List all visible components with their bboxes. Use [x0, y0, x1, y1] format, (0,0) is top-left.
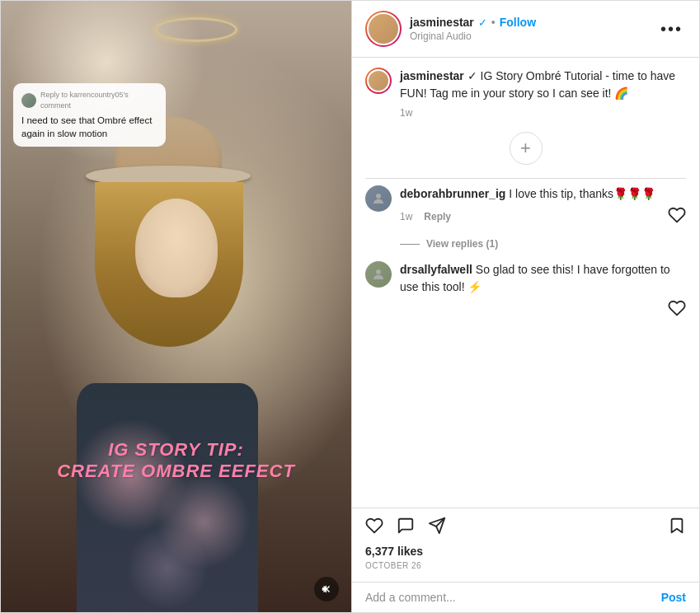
- comment-username-deborah[interactable]: deborahbrunner_ig: [400, 187, 505, 200]
- overlay-line2: CREATE OMBRE EEFECT: [17, 461, 335, 482]
- svg-point-3: [376, 269, 381, 274]
- chandelier: [147, 9, 246, 58]
- view-replies-text[interactable]: View replies (1): [426, 238, 498, 250]
- bubble-avatar: [21, 93, 36, 108]
- bubble-reply-label: Reply to karrencountry05's comment: [40, 90, 157, 110]
- share-button[interactable]: [428, 517, 446, 538]
- action-bar: 6,377 likes OCTOBER 26: [352, 508, 699, 582]
- post-author-avatar-image: [367, 69, 390, 92]
- person-dress: [77, 383, 258, 613]
- commenter-avatar-deborah[interactable]: [365, 185, 392, 212]
- bubble-header: Reply to karrencountry05's comment: [21, 90, 157, 110]
- header-username[interactable]: jasminestar: [410, 16, 474, 29]
- comment-button[interactable]: [397, 517, 415, 538]
- comment-body-deborah: I love this tip, thanks🌹🌹🌹: [509, 187, 655, 200]
- like-button[interactable]: [365, 517, 383, 538]
- right-panel: jasminestar ✓ • Follow Original Audio ••…: [351, 1, 699, 612]
- post-header: jasminestar ✓ • Follow Original Audio ••…: [352, 1, 699, 58]
- comment-meta-sally: [400, 299, 686, 320]
- post-comment-time: 1w: [400, 107, 686, 119]
- video-panel: Reply to karrencountry05's comment I nee…: [1, 1, 351, 613]
- comment-item-sally: drsallyfalwell So glad to see this! I ha…: [365, 261, 686, 320]
- comment-text-sally: drsallyfalwell So glad to see this! I ha…: [400, 261, 686, 296]
- header-info: jasminestar ✓ • Follow Original Audio: [410, 16, 657, 42]
- add-comment-input[interactable]: [365, 591, 661, 604]
- comment-content-deborah: deborahbrunner_ig I love this tip, thank…: [400, 185, 686, 227]
- follow-button[interactable]: Follow: [500, 16, 536, 29]
- post-comment-username[interactable]: jasminestar: [400, 69, 464, 82]
- post-comment-body: jasminestar ✓ IG Story Ombré Tutorial - …: [400, 68, 686, 119]
- post-content: jasminestar ✓ IG Story Ombré Tutorial - …: [352, 58, 699, 508]
- like-comment-sally[interactable]: [668, 299, 686, 320]
- post-date: OCTOBER 26: [365, 561, 686, 570]
- comment-age-deborah: 1w: [400, 211, 412, 222]
- post-verified: ✓: [467, 69, 477, 82]
- comment-content-sally: drsallyfalwell So glad to see this! I ha…: [400, 261, 686, 320]
- add-to-story-section: +: [365, 132, 686, 165]
- reply-line: [400, 244, 420, 245]
- likes-count: 6,377 likes: [365, 545, 686, 558]
- mute-button[interactable]: [314, 577, 339, 601]
- post-comment-text: jasminestar ✓ IG Story Ombré Tutorial - …: [400, 68, 686, 102]
- dot-separator: •: [491, 16, 496, 29]
- post-comment-button[interactable]: Post: [661, 591, 686, 604]
- video-overlay: IG STORY TIP: CREATE OMBRE EEFECT: [1, 439, 351, 482]
- svg-point-2: [376, 194, 381, 199]
- comment-username-sally[interactable]: drsallyfalwell: [400, 263, 472, 276]
- comment-item: deborahbrunner_ig I love this tip, thank…: [365, 185, 686, 227]
- more-options-button[interactable]: •••: [657, 20, 686, 39]
- like-comment-deborah[interactable]: [668, 206, 686, 227]
- comment-meta-deborah: 1w Reply: [400, 206, 686, 227]
- commenter-avatar-sally[interactable]: [365, 261, 392, 288]
- action-icons-row: [365, 517, 686, 538]
- video-comment-bubble: Reply to karrencountry05's comment I nee…: [13, 83, 166, 147]
- post-author-avatar[interactable]: [365, 68, 392, 94]
- comment-text-deborah: deborahbrunner_ig I love this tip, thank…: [400, 185, 686, 203]
- overlay-line1: IG STORY TIP:: [17, 439, 335, 461]
- username-row: jasminestar ✓ • Follow: [410, 16, 657, 29]
- header-avatar-image: [367, 12, 400, 45]
- header-subtitle: Original Audio: [410, 30, 657, 42]
- add-comment-row: Post: [352, 582, 699, 612]
- reply-button-deborah[interactable]: Reply: [424, 211, 451, 222]
- header-avatar[interactable]: [365, 11, 402, 47]
- bubble-text: I need to see that Ombré effect again in…: [21, 114, 157, 140]
- main-post-comment: jasminestar ✓ IG Story Ombré Tutorial - …: [365, 68, 686, 119]
- person-face: [135, 199, 218, 297]
- divider: [365, 178, 686, 179]
- view-replies[interactable]: View replies (1): [400, 238, 686, 250]
- bookmark-button[interactable]: [668, 517, 686, 538]
- verified-badge: ✓: [478, 16, 487, 29]
- add-to-story-button[interactable]: +: [510, 132, 543, 165]
